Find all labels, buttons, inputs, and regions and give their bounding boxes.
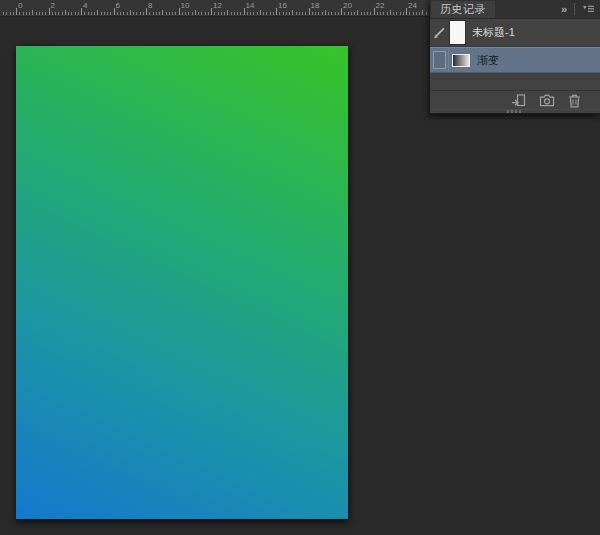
tab-history[interactable]: 历史记录 [431, 1, 495, 18]
delete-state-trash-icon [568, 94, 581, 108]
horizontal-ruler[interactable]: 024681012141618202224 [0, 0, 429, 17]
history-brush-glyph [433, 26, 446, 39]
document-canvas[interactable] [16, 46, 348, 519]
new-document-from-state-button[interactable] [511, 94, 526, 107]
history-states-list: 未标题-1 渐变 [430, 19, 600, 73]
panel-menu-glyph [582, 4, 595, 14]
history-state-label: 未标题-1 [472, 25, 515, 40]
gradient-state-icon [452, 54, 470, 67]
history-panel-title: 历史记录 [440, 2, 486, 17]
history-state-row[interactable]: 未标题-1 [430, 19, 600, 47]
delete-state-button[interactable] [568, 94, 581, 108]
new-snapshot-camera-icon [539, 94, 555, 107]
panel-resize-grip[interactable] [507, 110, 523, 113]
history-state-label: 渐变 [477, 53, 499, 68]
empty-source-well [433, 51, 446, 69]
snapshot-thumbnail [450, 21, 465, 44]
history-panel-header: 历史记录 » [430, 0, 600, 19]
history-panel-toolbar [430, 90, 600, 110]
history-brush-source-icon[interactable] [430, 19, 448, 46]
panel-header-icons: » [558, 0, 598, 18]
header-separator [574, 3, 575, 15]
history-panel: 历史记录 » [430, 0, 600, 114]
new-snapshot-button[interactable] [539, 94, 555, 107]
new-document-from-state-icon [511, 94, 526, 107]
history-brush-source-well[interactable] [430, 48, 449, 72]
history-state-row-selected[interactable]: 渐变 [430, 47, 600, 73]
panel-menu-icon[interactable] [579, 3, 598, 15]
collapse-to-icons-icon[interactable]: » [558, 1, 570, 17]
